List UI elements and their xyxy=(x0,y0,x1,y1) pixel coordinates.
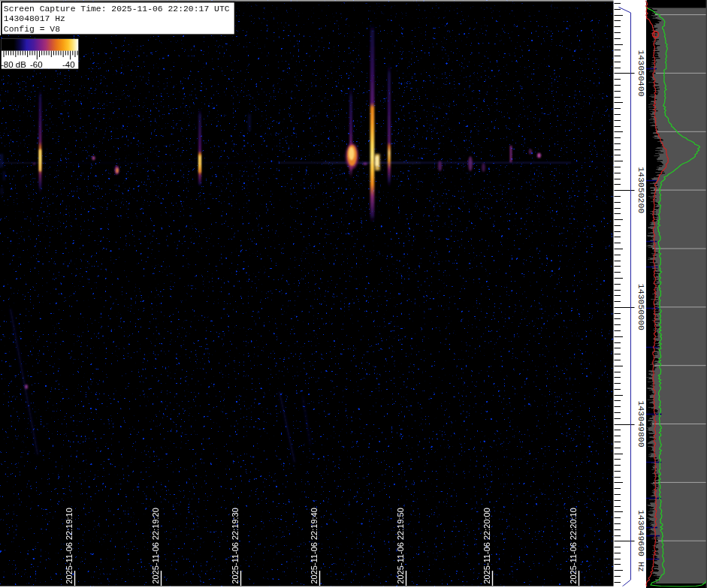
svg-text:2025-11-06 22:20:10: 2025-11-06 22:20:10 xyxy=(569,508,578,583)
svg-text:-60: -60 xyxy=(30,60,43,69)
svg-text:-40: -40 xyxy=(62,60,75,69)
svg-text:-80 dB: -80 dB xyxy=(1,60,26,69)
svg-text:2025-11-06 22:19:30: 2025-11-06 22:19:30 xyxy=(231,508,240,583)
svg-text:2025-11-06 22:19:20: 2025-11-06 22:19:20 xyxy=(151,508,160,583)
svg-text:143049800: 143049800 xyxy=(636,401,646,448)
svg-text:2025-11-06 22:20:00: 2025-11-06 22:20:00 xyxy=(482,508,491,583)
svg-text:2025-11-06 22:19:40: 2025-11-06 22:19:40 xyxy=(310,508,319,583)
svg-text:143050400: 143050400 xyxy=(636,50,646,96)
svg-text:Config = V8: Config = V8 xyxy=(4,25,60,34)
svg-text:Screen Capture Time: 2025-11-0: Screen Capture Time: 2025-11-06 22:20:17… xyxy=(4,5,230,14)
svg-text:143048017 Hz: 143048017 Hz xyxy=(4,14,65,23)
svg-text:143050200: 143050200 xyxy=(636,167,646,213)
svg-text:143049600 Hz: 143049600 Hz xyxy=(636,510,646,572)
svg-text:2025-11-06 22:19:10: 2025-11-06 22:19:10 xyxy=(65,508,74,583)
svg-text:143050000: 143050000 xyxy=(636,284,646,330)
svg-text:2025-11-06 22:19:50: 2025-11-06 22:19:50 xyxy=(396,508,405,583)
